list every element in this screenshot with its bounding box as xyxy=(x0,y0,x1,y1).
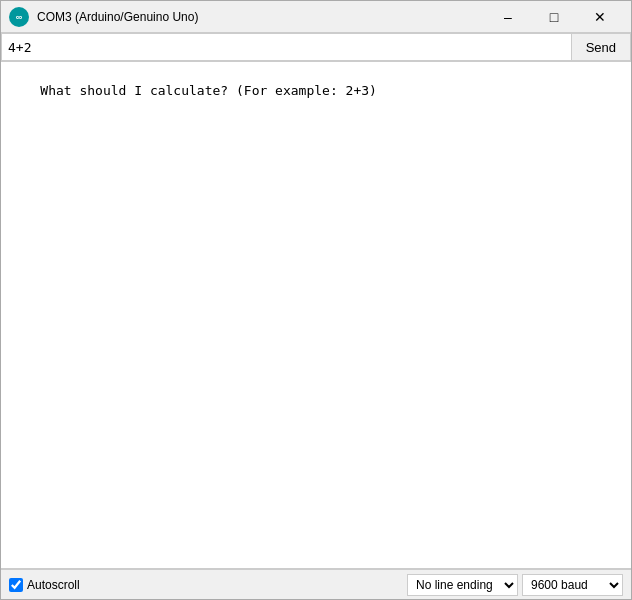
serial-input-bar: Send xyxy=(1,33,631,62)
status-bar: Autoscroll No line ending Newline Carria… xyxy=(1,569,631,599)
window-controls: – □ ✕ xyxy=(485,1,623,33)
line-ending-select[interactable]: No line ending Newline Carriage return B… xyxy=(407,574,518,596)
status-bar-right: No line ending Newline Carriage return B… xyxy=(407,574,623,596)
minimize-button[interactable]: – xyxy=(485,1,531,33)
close-button[interactable]: ✕ xyxy=(577,1,623,33)
window-title: COM3 (Arduino/Genuino Uno) xyxy=(37,10,485,24)
svg-text:∞: ∞ xyxy=(16,12,23,22)
send-button[interactable]: Send xyxy=(571,33,631,61)
autoscroll-container: Autoscroll xyxy=(9,578,407,592)
serial-output-text: What should I calculate? (For example: 2… xyxy=(40,83,377,98)
autoscroll-checkbox[interactable] xyxy=(9,578,23,592)
arduino-logo-icon: ∞ xyxy=(9,7,29,27)
autoscroll-label: Autoscroll xyxy=(27,578,80,592)
baud-rate-select[interactable]: 300 baud 1200 baud 2400 baud 4800 baud 9… xyxy=(522,574,623,596)
title-bar: ∞ COM3 (Arduino/Genuino Uno) – □ ✕ xyxy=(1,1,631,33)
maximize-button[interactable]: □ xyxy=(531,1,577,33)
serial-input[interactable] xyxy=(1,33,571,61)
arduino-serial-monitor-window: ∞ COM3 (Arduino/Genuino Uno) – □ ✕ Send … xyxy=(0,0,632,600)
serial-output-area: What should I calculate? (For example: 2… xyxy=(1,62,631,569)
